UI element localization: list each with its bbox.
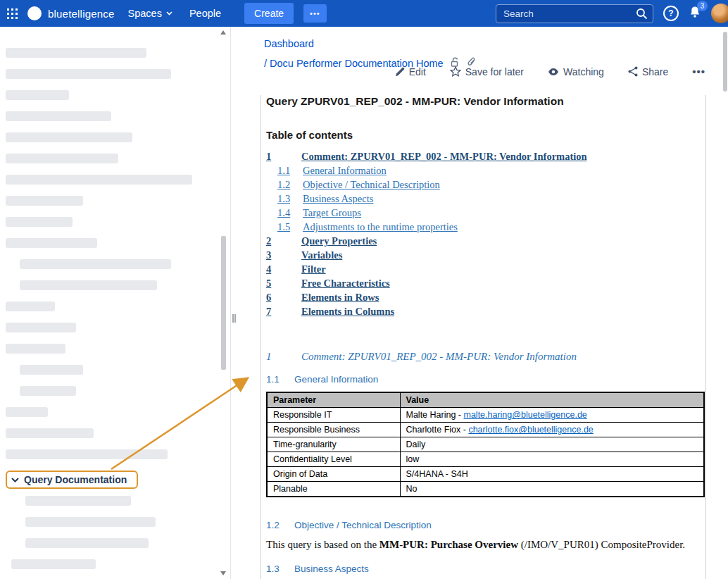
toc-entry-link[interactable]: Target Groups — [303, 206, 361, 220]
value-cell: Charlotte Fiox - charlotte.fiox@bluetell… — [400, 423, 704, 437]
toc-entry-link[interactable]: Adjustments to the runtime properties — [303, 220, 458, 234]
paragraph-text: This query is based on the — [266, 539, 379, 550]
toc-entry-link[interactable]: Comment: ZPURV01_REP_002 - MM-PUR: Vendo… — [301, 149, 587, 163]
section-1-3-heading: 1.3 Business Aspects — [266, 564, 705, 574]
sidebar-skeleton-item — [6, 407, 48, 417]
section-number: 1 — [266, 351, 301, 363]
help-icon[interactable]: ? — [663, 6, 679, 21]
nav-people-label: People — [189, 8, 221, 19]
sidebar-skeleton-item — [6, 111, 111, 121]
toc-number-link[interactable]: 4 — [266, 262, 301, 276]
section-number: 1.2 — [266, 520, 294, 530]
sidebar-skeleton-item — [6, 323, 76, 332]
toc-number-link[interactable]: 1.4 — [277, 206, 303, 220]
create-button[interactable]: Create — [244, 3, 294, 24]
toc-entry-link[interactable]: Business Aspects — [303, 192, 373, 206]
table-row: Time-granularityDaily — [267, 437, 704, 452]
app-switcher-icon[interactable] — [7, 8, 18, 19]
notifications-button[interactable]: 3 — [689, 6, 701, 21]
email-link[interactable]: charlotte.fiox@bluetelligence.de — [468, 425, 593, 435]
sidebar-item-query-documentation[interactable]: Query Documentation — [6, 471, 138, 489]
edit-button[interactable]: Edit — [391, 66, 430, 78]
share-icon — [628, 66, 638, 77]
toc-entry-link[interactable]: Elements in Columns — [301, 304, 394, 318]
toc-number-link[interactable]: 3 — [266, 248, 301, 262]
star-icon — [450, 66, 461, 77]
toc-entry-link[interactable]: Variables — [301, 248, 342, 262]
chevron-down-icon — [11, 478, 19, 482]
nav-spaces-label: Spaces — [128, 8, 162, 19]
brand-logo-icon — [27, 6, 42, 20]
sidebar-skeleton-item — [6, 175, 192, 185]
search-input[interactable] — [496, 8, 653, 19]
sidebar-skeleton-item — [20, 386, 76, 396]
toc-row: 1.3Business Aspects — [266, 192, 705, 206]
toc-number-link[interactable]: 5 — [266, 276, 301, 290]
sidebar-skeleton-item — [6, 154, 118, 163]
toc-entry-link[interactable]: Free Characteristics — [301, 276, 390, 290]
value-header: Value — [400, 392, 704, 408]
scroll-up-arrow[interactable] — [220, 30, 226, 35]
toc-number-link[interactable]: 7 — [266, 304, 301, 318]
section-1-1-heading: 1.1 General Information — [266, 374, 705, 385]
objective-paragraph: This query is based on the MM-PUR: Purch… — [266, 539, 705, 551]
sidebar-skeleton-item — [6, 69, 171, 79]
breadcrumb-dashboard-link[interactable]: Dashboard — [264, 38, 314, 49]
sidebar-skeleton-item — [6, 238, 97, 248]
table-row: Responsible BusinessCharlotte Fiox - cha… — [267, 423, 704, 437]
page-more-button[interactable]: ••• — [688, 65, 710, 78]
toc-number-link[interactable]: 2 — [266, 234, 301, 248]
toc-number-link[interactable]: 1.5 — [277, 220, 303, 234]
document-title: Query ZPURV01_REP_002 - MM-PUR: Vendor I… — [266, 95, 705, 108]
provider-name: MM-PUR: Purchase Overview — [379, 539, 518, 550]
param-cell: Origin of Data — [267, 467, 400, 482]
paragraph-text: (/IMO/V_PUR01) CompositeProvider. — [518, 539, 685, 550]
sidebar-skeleton-top — [0, 48, 230, 459]
toc-entry-link[interactable]: Query Properties — [301, 234, 377, 248]
brand[interactable]: bluetelligence — [27, 6, 115, 20]
toc-number-link[interactable]: 1.2 — [277, 178, 303, 192]
toc-row: 5Free Characteristics — [266, 276, 705, 290]
toc-number-link[interactable]: 6 — [266, 290, 301, 304]
param-header: Parameter — [267, 392, 400, 408]
toc-entry-link[interactable]: General Information — [303, 163, 387, 178]
search-icon[interactable] — [636, 8, 648, 23]
sidebar-scrollbar-thumb[interactable] — [221, 236, 226, 370]
pencil-icon — [395, 67, 405, 77]
toc-entry-link[interactable]: Objective / Technical Description — [303, 178, 440, 192]
toc-number-link[interactable]: 1.3 — [277, 192, 303, 206]
user-avatar[interactable] — [711, 4, 728, 23]
toc-entry-link[interactable]: Elements in Rows — [301, 290, 379, 304]
search-box — [496, 4, 653, 23]
save-for-later-button[interactable]: Save for later — [446, 66, 528, 78]
toc-row: 7Elements in Columns — [266, 304, 705, 318]
space-sidebar: Query Documentation — [0, 27, 231, 579]
share-label: Share — [642, 66, 668, 77]
topbar-more-button[interactable]: ••• — [303, 4, 327, 23]
nav-people[interactable]: People — [186, 8, 225, 19]
toc-entry-link[interactable]: Filter — [301, 262, 326, 276]
value-cell: S/4HANA - S4H — [400, 467, 704, 482]
toc-number-link[interactable]: 1 — [266, 149, 301, 163]
notification-badge: 3 — [697, 1, 708, 11]
sidebar-item-label: Query Documentation — [24, 474, 127, 485]
param-cell: Planable — [267, 482, 400, 497]
nav-spaces[interactable]: Spaces — [125, 8, 176, 19]
toc-list: 1Comment: ZPURV01_REP_002 - MM-PUR: Vend… — [266, 149, 705, 318]
window-scrollbar-thumb[interactable] — [723, 32, 727, 92]
watching-button[interactable]: Watching — [544, 66, 608, 78]
share-button[interactable]: Share — [624, 66, 672, 78]
value-cell: No — [400, 482, 704, 497]
sidebar-skeleton-item — [20, 259, 171, 269]
scroll-down-arrow[interactable] — [220, 571, 226, 575]
toc-number-link[interactable]: 1.1 — [277, 163, 303, 178]
sidebar-skeleton-bottom — [0, 496, 230, 569]
sidebar-skeleton-item — [11, 559, 96, 569]
edit-label: Edit — [409, 66, 426, 77]
watching-label: Watching — [563, 66, 604, 77]
toc-row: 1Comment: ZPURV01_REP_002 - MM-PUR: Vend… — [266, 149, 705, 163]
sidebar-skeleton-item — [25, 538, 149, 548]
sidebar-skeleton-item — [20, 365, 83, 375]
sidebar-scrollbar — [220, 27, 227, 579]
email-link[interactable]: malte.haring@bluetelligence.de — [463, 410, 586, 420]
